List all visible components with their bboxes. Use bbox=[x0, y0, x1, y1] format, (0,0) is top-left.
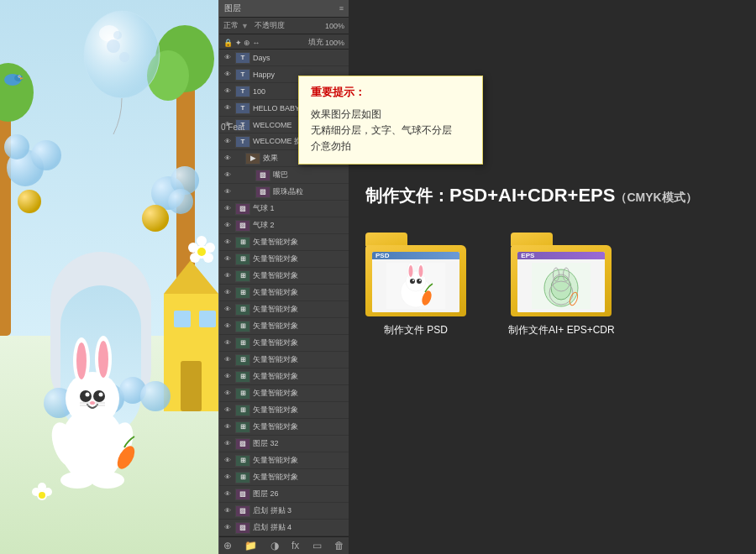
folder-psd[interactable]: PSD bbox=[365, 233, 466, 337]
fill-label: 填充 bbox=[308, 37, 323, 48]
eye-toggle[interactable]: 👁 bbox=[223, 523, 233, 533]
eye-toggle[interactable]: 👁 bbox=[223, 70, 233, 80]
layer-name: 眼珠晶粒 bbox=[273, 186, 345, 197]
layer-item[interactable]: 👁 ▨ 气球 1 bbox=[219, 201, 349, 217]
svg-point-46 bbox=[99, 393, 103, 397]
svg-point-11 bbox=[18, 76, 19, 76]
panel-toolbar2: 🔒 ✦ ⊕ ↔ 填充 100% bbox=[219, 34, 349, 50]
eye-toggle[interactable]: 👁 bbox=[223, 305, 233, 315]
layer-item[interactable]: 👁 ⊞ 矢量智能对象 bbox=[219, 268, 349, 285]
add-layer-icon[interactable]: ⊕ bbox=[223, 540, 232, 551]
layer-thumb: ▨ bbox=[235, 203, 250, 215]
folder-psd-icon: PSD bbox=[365, 233, 466, 316]
layer-item[interactable]: 👁 ▨ 图层 32 bbox=[219, 436, 349, 452]
layer-item[interactable]: 👁 ⊞ 矢量智能对象 bbox=[219, 335, 349, 352]
eye-toggle[interactable]: 👁 bbox=[223, 187, 233, 197]
layer-thumb: ▨ bbox=[255, 170, 270, 181]
folder-eps[interactable]: EPS bbox=[508, 233, 615, 337]
eye-toggle[interactable]: 👁 bbox=[223, 321, 233, 332]
layer-item[interactable]: 👁 ⊞ 矢量智能对象 bbox=[219, 385, 349, 402]
layer-item[interactable]: 👁 T Days bbox=[219, 50, 349, 66]
delete-layer-icon[interactable]: 🗑 bbox=[334, 540, 344, 551]
layer-name: 矢量智能对象 bbox=[253, 371, 345, 382]
eye-toggle[interactable]: 👁 bbox=[223, 103, 233, 113]
layer-item[interactable]: 👁 ⊞ 矢量智能对象 bbox=[219, 234, 349, 251]
file-title-bold: PSD+AI+CDR+EPS bbox=[449, 185, 615, 206]
eye-toggle[interactable]: 👁 bbox=[223, 355, 233, 365]
layer-thumb: T bbox=[235, 102, 250, 114]
svg-point-55 bbox=[60, 472, 94, 489]
psd-preview-top: PSD bbox=[372, 252, 459, 259]
eye-toggle[interactable]: 👁 bbox=[223, 338, 233, 348]
layer-item[interactable]: 👁 ▨ 图层 26 bbox=[219, 486, 349, 503]
layer-item[interactable]: 👁 ⊞ 矢量智能对象 bbox=[219, 452, 349, 469]
eye-toggle[interactable]: 👁 bbox=[223, 439, 233, 449]
mask-icon[interactable]: ▭ bbox=[312, 540, 322, 551]
layer-group-icon[interactable]: 📁 bbox=[244, 540, 257, 551]
eye-toggle[interactable]: 👁 bbox=[223, 405, 233, 416]
eps-preview-top: EPS bbox=[517, 252, 605, 259]
eye-toggle[interactable]: 👁 bbox=[223, 389, 233, 399]
layer-item[interactable]: 👁 ▨ 启划 拼贴 3 bbox=[219, 503, 349, 520]
layer-item[interactable]: 👁 ⊞ 矢量智能对象 bbox=[219, 352, 349, 368]
lock-icons: 🔒 ✦ ⊕ ↔ bbox=[223, 39, 260, 47]
eye-toggle[interactable]: 👁 bbox=[223, 456, 233, 466]
tooltip-title-text: 重要提示： bbox=[311, 86, 365, 98]
eye-toggle[interactable]: 👁 bbox=[223, 86, 233, 97]
svg-point-77 bbox=[417, 279, 422, 284]
svg-point-25 bbox=[31, 140, 61, 170]
layer-item[interactable]: 👁 ▨ 气球 2 bbox=[219, 217, 349, 234]
layer-thumb: T bbox=[235, 52, 250, 64]
layer-item[interactable]: 👁 ⊞ 矢量智能对象 bbox=[219, 301, 349, 318]
layer-name: 矢量智能对象 bbox=[253, 455, 345, 466]
eye-toggle[interactable]: 👁 bbox=[223, 271, 233, 281]
svg-point-47 bbox=[90, 401, 95, 405]
layer-item[interactable]: 👁 ▨ 眼珠晶粒 bbox=[219, 184, 349, 201]
tooltip-title: 重要提示： bbox=[311, 85, 470, 100]
eye-toggle[interactable]: 👁 bbox=[223, 372, 233, 382]
eye-toggle[interactable]: 👁 bbox=[223, 288, 233, 298]
mode-dropdown[interactable]: ▼ bbox=[241, 22, 249, 30]
layer-item[interactable]: 👁 ⊞ 矢量智能对象 bbox=[219, 402, 349, 419]
layer-item[interactable]: 👁 ⊞ 矢量智能对象 bbox=[219, 368, 349, 385]
layer-item[interactable]: 👁 ⊞ 矢量智能对象 bbox=[219, 419, 349, 436]
eye-toggle[interactable]: 👁 bbox=[223, 489, 233, 499]
fx-icon[interactable]: fx bbox=[291, 540, 299, 551]
layer-item[interactable]: 👁 ⊞ 矢量智能对象 bbox=[219, 251, 349, 268]
artwork-canvas bbox=[0, 0, 218, 554]
layer-item[interactable]: 👁 ⊞ 矢量智能对象 bbox=[219, 318, 349, 335]
layer-name: 矢量智能对象 bbox=[253, 253, 345, 264]
eye-toggle[interactable]: 👁 bbox=[223, 154, 233, 164]
eye-toggle[interactable]: 👁 bbox=[223, 53, 233, 63]
panel-toolbar: 正常 ▼ 不透明度 100% bbox=[219, 18, 349, 34]
panel-menu-icon[interactable]: ≡ bbox=[339, 4, 344, 13]
svg-point-31 bbox=[18, 190, 41, 213]
layer-thumb: ▨ bbox=[235, 489, 250, 500]
psd-preview-content bbox=[372, 259, 459, 312]
layer-name: 矢量智能对象 bbox=[253, 388, 345, 399]
layer-thumb: ⊞ bbox=[235, 371, 250, 383]
layer-item[interactable]: 👁 ⊞ 矢量智能对象 bbox=[219, 285, 349, 301]
folder-tab-eps bbox=[511, 233, 553, 246]
psd-tag: PSD bbox=[375, 252, 389, 259]
layer-item[interactable]: 👁 ▨ 启划 拼贴 4 bbox=[219, 520, 349, 536]
eye-toggle[interactable]: 👁 bbox=[223, 170, 233, 180]
eye-toggle[interactable]: 👁 bbox=[223, 473, 233, 483]
feat-text: 0 Feat bbox=[221, 123, 244, 132]
adjust-layer-icon[interactable]: ◑ bbox=[270, 540, 279, 551]
file-title-section: 制作文件：PSD+AI+CDR+EPS（CMYK模式） bbox=[365, 185, 739, 207]
eye-toggle[interactable]: 👁 bbox=[223, 221, 233, 231]
fill-value: 100% bbox=[325, 39, 344, 47]
eye-toggle[interactable]: 👁 bbox=[223, 204, 233, 214]
layer-thumb: ⊞ bbox=[235, 421, 250, 433]
layers-bottom-bar: ⊕ 📁 ◑ fx ▭ 🗑 bbox=[219, 536, 349, 554]
tooltip-line3: 介意勿拍 bbox=[311, 138, 470, 154]
eye-toggle[interactable]: 👁 bbox=[223, 254, 233, 264]
eye-toggle[interactable]: 👁 bbox=[223, 506, 233, 516]
layer-item[interactable]: 👁 ▨ 嘴巴 bbox=[219, 167, 349, 184]
layer-name: 气球 2 bbox=[253, 220, 345, 231]
eye-toggle[interactable]: 👁 bbox=[223, 137, 233, 147]
layer-item[interactable]: 👁 ⊞ 矢量智能对象 bbox=[219, 469, 349, 486]
eye-toggle[interactable]: 👁 bbox=[223, 238, 233, 248]
eye-toggle[interactable]: 👁 bbox=[223, 422, 233, 432]
